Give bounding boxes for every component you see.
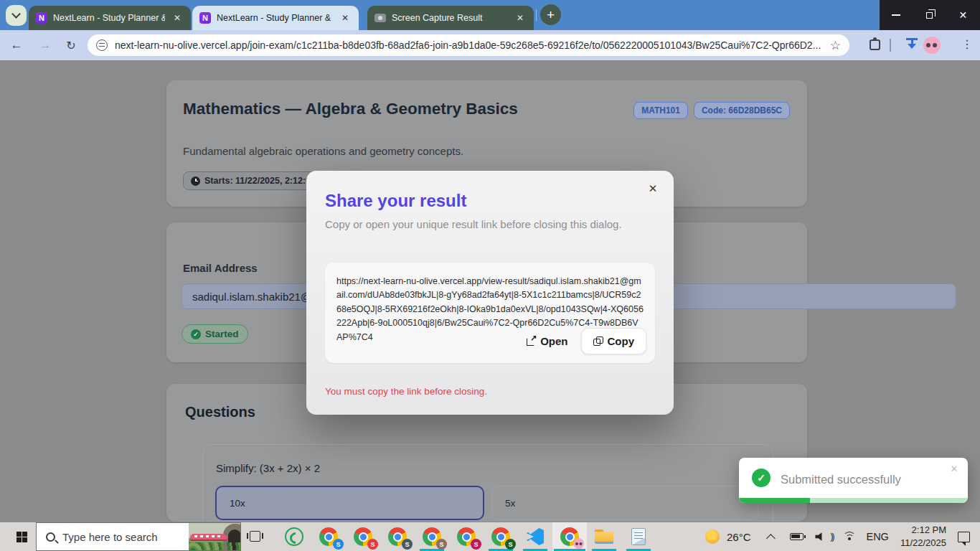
browser-toolbar: ← → ↻ next-learn-nu-olive.vercel.app/joi…	[0, 30, 980, 60]
restore-button[interactable]	[913, 0, 947, 30]
windows-logo-icon	[17, 532, 27, 542]
action-center-icon[interactable]	[958, 532, 970, 542]
window-controls: ✕	[880, 0, 980, 30]
profile-badge: S	[333, 539, 344, 550]
taskbar-chrome-6[interactable]: S	[484, 522, 518, 551]
modal-close-icon[interactable]: ✕	[645, 181, 661, 197]
temperature-label[interactable]: 26°C	[727, 531, 751, 543]
minimize-button[interactable]	[880, 0, 913, 30]
status-badge: ✓ Started	[182, 324, 248, 344]
open-button[interactable]: Open	[518, 329, 576, 354]
system-tray: 26°C )) ENG 2:12 PM 11/22/2025	[705, 522, 980, 551]
tab-nextlearn-1[interactable]: N NextLearn - Study Planner & Ro ✕	[29, 6, 191, 30]
page-content: Mathematics — Algebra & Geometry Basics …	[0, 60, 980, 522]
tray-date: 11/22/2025	[900, 537, 946, 548]
tab-close-icon[interactable]: ✕	[339, 11, 352, 24]
profile-badge: S	[367, 539, 378, 550]
tab-search-button[interactable]	[6, 5, 27, 26]
refresh-button[interactable]: ↻	[60, 30, 82, 60]
profile-badge: S	[505, 539, 516, 550]
minimize-icon	[892, 14, 900, 16]
taskbar-search[interactable]: Type here to search	[36, 522, 241, 551]
toast-close-icon[interactable]: ✕	[948, 462, 961, 475]
bookmark-star-icon[interactable]: ☆	[830, 38, 841, 53]
camera-icon	[374, 14, 386, 22]
search-placeholder: Type here to search	[62, 531, 189, 543]
tab-screen-capture[interactable]: Screen Capture Result ✕	[367, 6, 534, 30]
link-actions: Open Copy	[518, 328, 646, 354]
question-item: Simplify: (3x + 2x) × 2 10x 5x	[202, 444, 773, 522]
copy-button-label: Copy	[608, 335, 635, 347]
answer-option-selected[interactable]: 10x	[215, 486, 484, 520]
url-text[interactable]: next-learn-nu-olive.vercel.app/join-exam…	[115, 39, 823, 51]
clock-datetime[interactable]: 2:12 PM 11/22/2025	[900, 524, 946, 549]
taskbar-chrome-1[interactable]: S	[311, 522, 346, 551]
weather-sun-icon[interactable]	[705, 529, 720, 544]
tab-nextlearn-2-active[interactable]: N NextLearn - Study Planner & Ro ✕	[192, 6, 359, 30]
close-window-button[interactable]: ✕	[946, 0, 980, 30]
profile-badge: S	[436, 539, 447, 550]
toolbar-divider	[890, 39, 891, 52]
whatsapp-icon	[285, 527, 303, 546]
new-tab-button[interactable]: +	[540, 4, 561, 25]
restore-icon	[926, 12, 933, 19]
taskbar-file-explorer[interactable]	[587, 522, 621, 551]
site-info-icon[interactable]	[96, 39, 108, 51]
code-badge: Code: 66D28DB65C	[694, 102, 790, 119]
taskbar-chrome-3[interactable]: S	[380, 522, 415, 551]
language-indicator[interactable]: ENG	[866, 531, 888, 542]
open-button-label: Open	[540, 335, 567, 347]
exam-description: Fundamental algebraic operations and geo…	[183, 145, 463, 157]
speaker-icon[interactable]	[815, 532, 826, 542]
copy-button[interactable]: Copy	[581, 328, 647, 354]
taskbar-chrome-2[interactable]: S	[346, 522, 380, 551]
back-button[interactable]: ←	[6, 30, 27, 60]
taskbar-chrome-5[interactable]: S	[449, 522, 484, 551]
notepad-icon	[631, 528, 646, 545]
status-badge-label: Started	[205, 329, 239, 339]
forward-button[interactable]: →	[34, 30, 56, 60]
taskbar-chrome-active[interactable]	[552, 522, 587, 551]
tab-close-icon[interactable]: ✕	[171, 11, 184, 24]
tab-close-icon[interactable]: ✕	[514, 11, 527, 24]
taskbar-whatsapp[interactable]	[277, 522, 311, 551]
trees-art	[189, 542, 240, 551]
vscode-icon	[527, 528, 544, 545]
tray-expand-icon[interactable]	[766, 534, 776, 543]
questions-heading: Questions	[185, 404, 255, 420]
tab-strip: N NextLearn - Study Planner & Ro ✕ N Nex…	[0, 0, 980, 30]
taskbar-notepad[interactable]	[621, 522, 656, 551]
tray-time: 2:12 PM	[912, 524, 946, 535]
start-button[interactable]	[7, 522, 36, 551]
modal-subtitle: Copy or open your unique result link bef…	[325, 218, 622, 230]
download-tray	[906, 38, 918, 40]
external-link-icon	[527, 337, 535, 346]
wifi-icon[interactable]	[843, 532, 856, 542]
modal-title: Share your result	[325, 191, 466, 211]
profile-badge: S	[402, 539, 413, 550]
toast-progress-track	[739, 498, 968, 503]
success-check-icon: ✓	[752, 468, 771, 487]
copy-icon	[593, 336, 603, 346]
nextlearn-favicon: N	[36, 12, 47, 24]
search-daily-image[interactable]	[189, 522, 240, 551]
answer-option[interactable]: 5x	[491, 486, 758, 520]
taskbar-vscode[interactable]	[518, 522, 552, 551]
taskbar-apps: S S S S S S	[277, 522, 656, 551]
success-toast: ✓ Submitted successfully ✕	[739, 458, 968, 503]
header-badges: MATH101 Code: 66D28DB65C	[633, 102, 790, 119]
search-icon	[46, 532, 55, 542]
extensions-icon[interactable]	[870, 39, 880, 50]
check-icon: ✓	[191, 329, 201, 339]
downloads-icon[interactable]	[905, 38, 919, 52]
taskbar-chrome-4[interactable]: S	[415, 522, 449, 551]
toast-progress-fill	[739, 498, 810, 503]
profile-avatar[interactable]	[923, 37, 941, 54]
close-icon: ✕	[959, 9, 968, 21]
browser-menu-icon[interactable]: ⋮	[960, 37, 974, 51]
clock-icon	[191, 176, 200, 186]
address-bar[interactable]: next-learn-nu-olive.vercel.app/join-exam…	[88, 34, 849, 56]
battery-icon[interactable]	[790, 533, 804, 540]
tab-title: Screen Capture Result	[392, 13, 508, 23]
task-view-button[interactable]	[250, 531, 260, 542]
